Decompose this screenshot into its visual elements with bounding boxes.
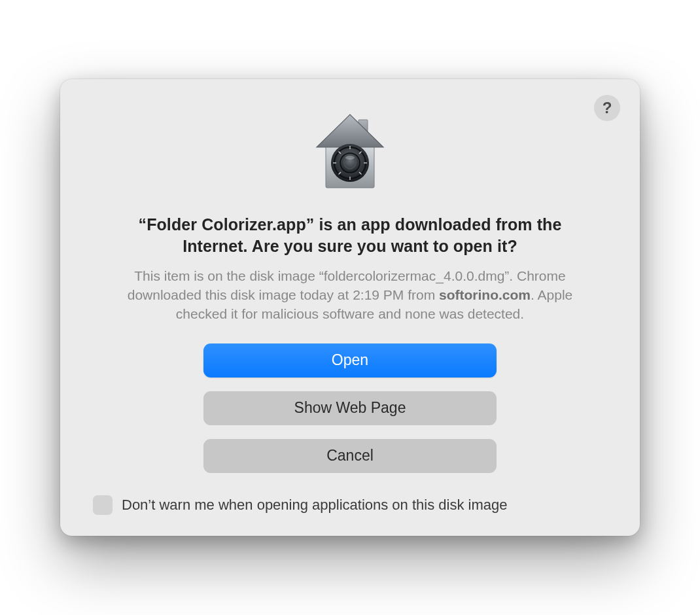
- gatekeeper-dialog: ?: [60, 79, 640, 536]
- gatekeeper-icon: [305, 105, 395, 198]
- button-stack: Open Show Web Page Cancel: [203, 343, 497, 473]
- dialog-title: “Folder Colorizer.app” is an app downloa…: [108, 214, 592, 256]
- svg-point-6: [345, 156, 355, 160]
- open-button[interactable]: Open: [203, 343, 497, 378]
- dont-warn-label: Don’t warn me when opening applications …: [122, 497, 507, 514]
- cancel-button[interactable]: Cancel: [203, 439, 497, 473]
- dont-warn-row: Don’t warn me when opening applications …: [89, 495, 507, 515]
- dialog-body: This item is on the disk image “folderco…: [101, 267, 599, 324]
- show-web-page-button[interactable]: Show Web Page: [203, 391, 497, 425]
- dont-warn-checkbox[interactable]: [93, 495, 113, 515]
- dialog-body-domain: softorino.com: [439, 287, 531, 302]
- help-button[interactable]: ?: [594, 95, 620, 121]
